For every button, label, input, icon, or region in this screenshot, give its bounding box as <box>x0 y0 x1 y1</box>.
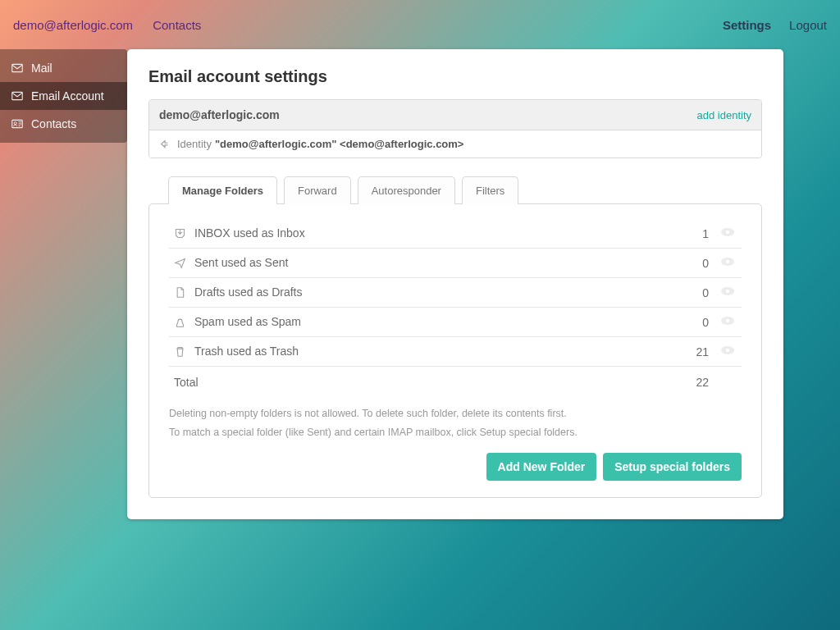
folder-label: Spam used as Spam <box>194 315 301 328</box>
settings-card: Email account settings demo@afterlogic.c… <box>127 49 783 519</box>
sidebar-item-label: Email Account <box>31 89 104 103</box>
settings-sidebar: Mail Email Account Contacts <box>0 49 127 143</box>
folder-label: Sent used as Sent <box>194 256 288 269</box>
tab-filters[interactable]: Filters <box>462 176 518 204</box>
identity-row[interactable]: Identity "demo@afterlogic.com" <demo@aft… <box>149 130 761 158</box>
folder-row[interactable]: Spam used as Spam0 <box>169 308 742 337</box>
spam-icon <box>174 316 186 328</box>
manage-folders-panel: INBOX used as Inbox1Sent used as Sent0Dr… <box>148 203 762 498</box>
topbar-logout-link[interactable]: Logout <box>789 18 827 32</box>
sent-icon <box>174 257 186 269</box>
folder-label: INBOX used as Inbox <box>194 226 305 240</box>
total-label: Total <box>169 367 664 397</box>
topbar-contacts-link[interactable]: Contacts <box>153 18 201 32</box>
folder-count: 1 <box>664 219 714 249</box>
sidebar-item-email-account[interactable]: Email Account <box>0 82 127 110</box>
identity-label: Identity <box>177 138 212 150</box>
account-box: demo@afterlogic.com add identity Identit… <box>148 99 762 158</box>
topbar-email-link[interactable]: demo@afterlogic.com <box>13 18 133 32</box>
sidebar-item-mail[interactable]: Mail <box>0 54 127 82</box>
sidebar-item-label: Mail <box>31 62 52 75</box>
total-count: 22 <box>664 367 714 397</box>
visibility-icon[interactable] <box>719 315 736 326</box>
folder-count: 21 <box>664 337 714 367</box>
folder-total-row: Total22 <box>169 367 742 397</box>
actions: Add New Folder Setup special folders <box>169 453 742 481</box>
add-identity-link[interactable]: add identity <box>697 109 752 121</box>
hints: Deleting non-empty folders is not allowe… <box>169 404 742 441</box>
page-title: Email account settings <box>148 67 762 86</box>
sidebar-item-label: Contacts <box>31 117 76 130</box>
folder-count: 0 <box>664 278 714 308</box>
tab-manage-folders[interactable]: Manage Folders <box>168 176 277 204</box>
visibility-icon[interactable] <box>719 285 736 297</box>
folder-row[interactable]: Drafts used as Drafts0 <box>169 278 742 308</box>
account-email: demo@afterlogic.com <box>159 108 280 121</box>
tab-forward[interactable]: Forward <box>284 176 351 204</box>
visibility-icon[interactable] <box>719 226 736 238</box>
folder-label: Drafts used as Drafts <box>194 285 303 299</box>
hint-line: To match a special folder (like Sent) an… <box>169 423 742 442</box>
folder-count: 0 <box>664 308 714 337</box>
topbar-settings-link[interactable]: Settings <box>723 18 771 32</box>
setup-special-folders-button[interactable]: Setup special folders <box>603 453 742 481</box>
identity-value: "demo@afterlogic.com" <demo@afterlogic.c… <box>215 138 464 150</box>
drafts-icon <box>174 286 186 299</box>
trash-icon <box>174 345 186 358</box>
tab-autoresponder[interactable]: Autoresponder <box>358 176 455 204</box>
envelope-icon <box>10 90 25 102</box>
folder-row[interactable]: INBOX used as Inbox1 <box>169 219 742 249</box>
folder-count: 0 <box>664 249 714 278</box>
sidebar-item-contacts[interactable]: Contacts <box>0 110 127 138</box>
inbox-icon <box>174 227 186 240</box>
envelope-icon <box>10 62 25 74</box>
contact-card-icon <box>10 118 25 130</box>
folder-label: Trash used as Trash <box>194 345 299 358</box>
hint-line: Deleting non-empty folders is not allowe… <box>169 404 742 423</box>
visibility-icon[interactable] <box>719 256 736 267</box>
tabs: Manage FoldersForwardAutoresponderFilter… <box>148 176 762 204</box>
add-new-folder-button[interactable]: Add New Folder <box>486 453 597 481</box>
return-icon <box>159 139 171 150</box>
folders-table: INBOX used as Inbox1Sent used as Sent0Dr… <box>169 219 742 396</box>
folder-row[interactable]: Sent used as Sent0 <box>169 249 742 278</box>
folder-row[interactable]: Trash used as Trash21 <box>169 337 742 367</box>
account-header: demo@afterlogic.com add identity <box>149 100 761 130</box>
topbar: demo@afterlogic.com Contacts Settings Lo… <box>0 0 840 49</box>
visibility-icon[interactable] <box>719 345 736 356</box>
